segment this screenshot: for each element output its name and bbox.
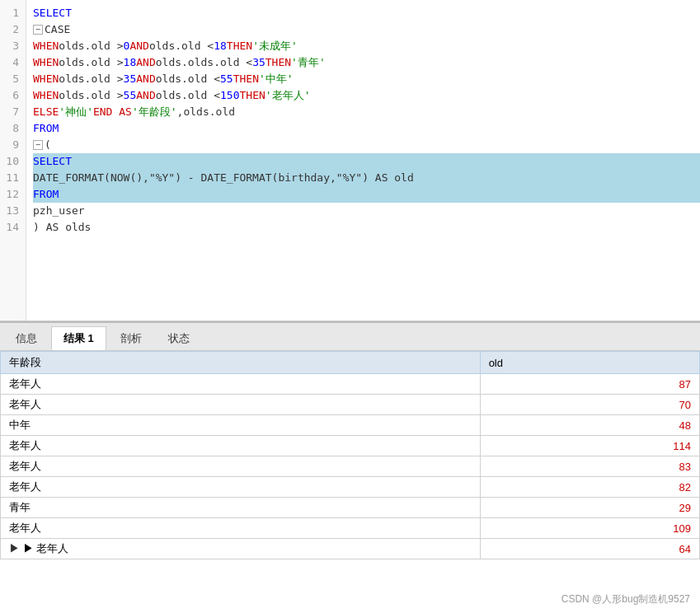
code-token: THEN <box>227 38 252 54</box>
code-token: 150 <box>220 87 239 104</box>
code-token: 35 <box>252 54 265 71</box>
table-cell-old: 83 <box>480 456 699 477</box>
code-token: olds.old > <box>59 71 123 87</box>
table-header: 年龄段old <box>1 352 700 374</box>
code-token: ) AS olds <box>33 219 91 236</box>
code-token: FROM <box>33 186 59 203</box>
code-token: THEN <box>240 87 265 104</box>
tab-剖析[interactable]: 剖析 <box>108 326 154 350</box>
code-token: olds.olds.old < <box>156 54 252 71</box>
code-token: END AS <box>93 104 132 120</box>
table-body: 老年人87老年人70中年48老年人114老年人83老年人82青年29老年人109… <box>1 374 700 559</box>
tab-结果 1[interactable]: 结果 1 <box>51 326 106 350</box>
line-numbers: 1234567891011121314 <box>0 0 26 321</box>
line-number: 2 <box>5 21 19 38</box>
code-token: '青年' <box>291 54 326 71</box>
code-token: olds.old < <box>149 38 214 54</box>
code-line: WHEN olds.old >18 AND olds.olds.old < 35… <box>33 54 700 71</box>
table-cell-age-group: 老年人 <box>1 456 481 477</box>
bottom-panel: 信息结果 1剖析状态 年龄段old 老年人87老年人70中年48老年人114老年… <box>0 321 700 613</box>
code-token: olds.old > <box>59 87 123 104</box>
line-number: 14 <box>5 219 19 236</box>
code-line: pzh_user <box>33 203 700 219</box>
table-cell-old: 29 <box>480 498 699 518</box>
table-row: 中年48 <box>1 415 700 436</box>
line-number: 11 <box>5 170 19 186</box>
code-token: CASE <box>45 21 70 38</box>
table-row: ▶ 老年人64 <box>1 539 700 559</box>
code-content[interactable]: SELECT−CASEWHEN olds.old > 0 AND olds.ol… <box>26 0 700 321</box>
code-token: '神仙' <box>59 104 93 120</box>
table-row: 青年29 <box>1 498 700 518</box>
table-cell-old: 87 <box>480 374 699 395</box>
table-cell-old: 82 <box>480 477 699 498</box>
code-line: DATE_FORMAT(NOW(),"%Y") - DATE_FORMAT(bi… <box>33 170 700 186</box>
code-line: WHEN olds.old > 0 AND olds.old < 18 THEN… <box>33 38 700 54</box>
code-token: WHEN <box>33 87 59 104</box>
line-number: 3 <box>5 38 19 54</box>
table-cell-age-group: 老年人 <box>1 477 481 498</box>
line-number: 4 <box>5 54 19 71</box>
code-token: 18 <box>124 54 137 71</box>
code-token: SELECT <box>33 153 72 170</box>
collapse-icon[interactable]: − <box>33 140 43 150</box>
code-token: pzh_user <box>33 203 85 219</box>
collapse-icon[interactable]: − <box>33 25 43 35</box>
code-token: '中年' <box>259 71 294 87</box>
tab-信息[interactable]: 信息 <box>3 326 49 350</box>
code-token: SELECT <box>33 5 72 21</box>
line-number: 1 <box>5 5 19 21</box>
table-cell-age-group: 老年人 <box>1 436 481 456</box>
editor-area: 1234567891011121314 SELECT−CASEWHEN olds… <box>0 0 700 321</box>
header-row: 年龄段old <box>1 352 700 374</box>
code-line: WHEN olds.old >55 AND olds.old < 150 THE… <box>33 87 700 104</box>
code-line: −( <box>33 137 700 153</box>
code-token: FROM <box>33 120 59 137</box>
tabs-bar: 信息结果 1剖析状态 <box>0 323 700 351</box>
code-token: AND <box>136 87 155 104</box>
table-cell-age-group: 中年 <box>1 415 481 436</box>
table-header-cell: old <box>480 352 699 374</box>
table-cell-old: 109 <box>480 518 699 539</box>
table-cell-age-group: 老年人 <box>1 374 481 395</box>
code-token: olds.old > <box>59 54 123 71</box>
code-token: THEN <box>265 54 291 71</box>
line-number: 13 <box>5 203 19 219</box>
code-token: '老年人' <box>265 87 311 104</box>
table-header-cell: 年龄段 <box>1 352 481 374</box>
line-number: 5 <box>5 71 19 87</box>
line-number: 9 <box>5 137 19 153</box>
code-line: WHEN olds.old >35 AND olds.old < 55 THEN… <box>33 71 700 87</box>
code-token: 0 <box>124 38 130 54</box>
code-token: olds.old < <box>156 87 220 104</box>
code-token: WHEN <box>33 38 59 54</box>
table-cell-old: 70 <box>480 395 699 415</box>
table-cell-old: 48 <box>480 415 699 436</box>
table-cell-old: 114 <box>480 436 699 456</box>
code-token: olds.old < <box>156 71 220 87</box>
code-token: 18 <box>214 38 227 54</box>
code-token: '年龄段' <box>132 104 177 120</box>
code-token: AND <box>136 54 155 71</box>
table-row: 老年人82 <box>1 477 700 498</box>
table-cell-age-group: 老年人 <box>1 518 481 539</box>
table-cell-age-group: 青年 <box>1 498 481 518</box>
code-token: AND <box>129 38 148 54</box>
code-line: ELSE '神仙' END AS '年龄段',olds.old <box>33 104 700 120</box>
tab-状态[interactable]: 状态 <box>156 326 202 350</box>
line-number: 6 <box>5 87 19 104</box>
code-token: 35 <box>124 71 137 87</box>
table-row: 老年人87 <box>1 374 700 395</box>
code-token: 55 <box>220 71 233 87</box>
line-number: 7 <box>5 104 19 120</box>
table-row: 老年人70 <box>1 395 700 415</box>
code-token: ,olds.old <box>177 104 235 120</box>
code-line: SELECT <box>33 5 700 21</box>
code-line: SELECT <box>33 153 700 170</box>
code-token: WHEN <box>33 71 59 87</box>
table-cell-age-group: ▶ 老年人 <box>1 539 481 559</box>
table-row: 老年人114 <box>1 436 700 456</box>
table-row: 老年人83 <box>1 456 700 477</box>
results-area[interactable]: 年龄段old 老年人87老年人70中年48老年人114老年人83老年人82青年2… <box>0 351 700 613</box>
code-token: 55 <box>124 87 137 104</box>
